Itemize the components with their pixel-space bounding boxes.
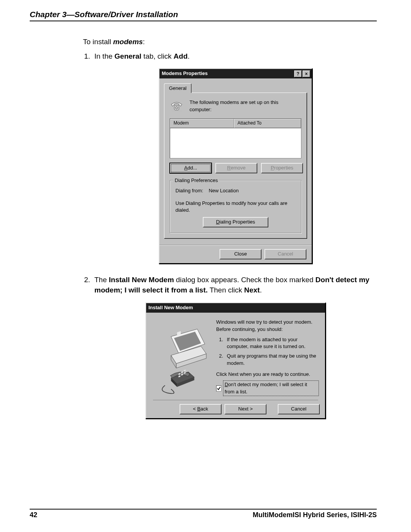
close-button[interactable]: × [303, 70, 310, 77]
dialing-from-value: New Location [209, 188, 239, 193]
help-button[interactable]: ? [294, 70, 302, 77]
close-dialog-button[interactable]: Close [220, 249, 261, 259]
header-rule [30, 21, 377, 21]
dialog-title: Install New Modem [148, 304, 323, 312]
wizard-intro-text: Windows will now try to detect your mode… [216, 319, 318, 333]
wizard-button-bar: < Back Next > Cancel [146, 400, 325, 418]
next-pre: Next [238, 406, 250, 412]
step1-part-e: . [188, 52, 190, 60]
wizard-step-2: Quit any programs that may be using the … [225, 353, 318, 367]
step1-bold-general: General [115, 52, 142, 60]
intro-prefix: To install [83, 38, 113, 46]
dialog-button-bar: Close Cancel [159, 245, 312, 263]
add-underline: A [184, 165, 188, 171]
modem-list[interactable]: Modem Attached To [170, 118, 301, 158]
titlebar: Install New Modem [146, 303, 325, 313]
cancel-button[interactable]: Cancel [264, 249, 306, 259]
dialing-preferences-group: Dialing Preferences Dialing from: New Lo… [170, 180, 301, 233]
back-lt: < [193, 406, 197, 412]
titlebar: Modems Properties ? × [159, 69, 312, 78]
properties-rest: roperties [274, 165, 293, 171]
svg-point-2 [175, 106, 178, 109]
dialprops-underline: D [216, 219, 220, 225]
step2-bold-next: Next [244, 286, 260, 294]
step1-part-a: In the [94, 52, 115, 60]
chk-u: D [225, 382, 228, 387]
dialprops-rest: ialing Properties [220, 219, 255, 225]
modems-properties-dialog: Modems Properties ? × General [159, 68, 312, 264]
tab-panel-general: The following modems are set up on this … [164, 93, 307, 239]
product-name: MultiModemISI Hybrid Series, ISIHI-2S [253, 511, 377, 519]
step1-bold-add: Add [174, 52, 188, 60]
step-2: The Install New Modem dialog box appears… [92, 275, 377, 419]
dialing-preferences-legend: Dialing Preferences [173, 177, 219, 184]
page-number: 42 [30, 511, 37, 519]
step-1: In the General tab, click Add. Modems Pr… [92, 51, 377, 264]
step1-part-c: tab, click [142, 52, 174, 60]
step2-g: . [260, 286, 262, 294]
add-rest: dd... [188, 165, 197, 171]
intro-emphasis: modems [113, 38, 143, 46]
telephone-icon [170, 99, 183, 113]
remove-underline: R [227, 165, 231, 171]
chapter-title: Chapter 3—Software/Driver Installation [30, 10, 377, 20]
dialing-hint: Use Dialing Properties to modify how you… [175, 200, 296, 214]
step2-e: Then click [208, 286, 244, 294]
properties-underline: P [271, 165, 274, 171]
step2-c: dialog box appears. Check the box marked [174, 276, 315, 284]
dont-detect-checkbox[interactable]: Don't detect my modem; I will select it … [216, 381, 318, 396]
checkmark-icon [217, 386, 221, 391]
modem-list-body[interactable] [170, 128, 301, 158]
page-footer: 42 MultiModemISI Hybrid Series, ISIHI-2S [30, 509, 377, 519]
modem-list-header: Modem Attached To [170, 119, 301, 128]
chk-rest: on't detect my modem; I will select it f… [225, 382, 307, 395]
add-button[interactable]: Add... [170, 163, 212, 173]
back-rest: ack [201, 406, 208, 412]
step2-a: The [94, 276, 109, 284]
intro-suffix: : [143, 38, 145, 46]
cancel-button[interactable]: Cancel [278, 404, 320, 414]
modem-summary-text: The following modems are set up on this … [190, 99, 301, 113]
wizard-ready-text: Click Next when you are ready to continu… [216, 371, 318, 378]
col-attached-to[interactable]: Attached To [234, 119, 301, 128]
next-gt: > [250, 406, 253, 412]
dialog-title: Modems Properties [162, 70, 293, 77]
back-button[interactable]: < Back [180, 404, 221, 414]
col-modem[interactable]: Modem [170, 119, 234, 128]
next-button[interactable]: Next > [225, 404, 266, 414]
remove-button[interactable]: Remove [215, 163, 257, 173]
step2-bold-install: Install New Modem [109, 276, 174, 284]
dialing-from-label: Dialing from: [175, 188, 203, 193]
checkbox-box[interactable] [216, 385, 221, 391]
back-underline: B [197, 406, 201, 412]
tab-general[interactable]: General [164, 83, 191, 93]
wizard-step-1: If the modem is attached to your compute… [225, 336, 318, 351]
properties-button[interactable]: Properties [261, 163, 303, 173]
remove-rest: emove [231, 165, 245, 171]
wizard-illustration [153, 319, 209, 395]
svg-rect-14 [184, 369, 186, 372]
intro-line: To install modems: [83, 37, 377, 47]
dialing-properties-button[interactable]: Dialing Properties [203, 217, 268, 227]
install-new-modem-dialog: Install New Modem [145, 302, 326, 419]
checkbox-label: Don't detect my modem; I will select it … [224, 381, 318, 396]
